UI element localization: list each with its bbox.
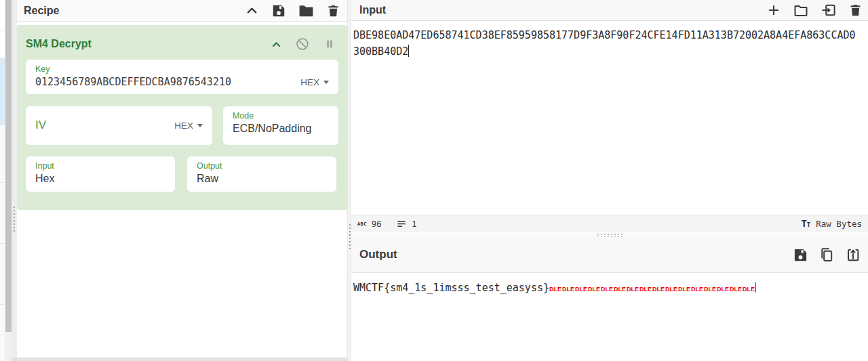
output-flag-text: WMCTF{sm4_1s_1imsss_test_easyss} — [353, 282, 549, 294]
operations-list-edge — [0, 0, 5, 361]
chevron-down-icon — [323, 81, 329, 84]
control-char-token: DLE — [575, 286, 587, 293]
disable-operation-icon[interactable] — [295, 37, 310, 51]
op-input-type-field[interactable]: Input Hex — [26, 156, 175, 192]
input-header: Input — [351, 0, 868, 21]
mode-value[interactable]: ECB/NoPadding — [233, 121, 329, 135]
input-title: Input — [359, 4, 766, 16]
operations-recipe-splitter[interactable] — [12, 0, 17, 361]
control-char-token: DLE — [601, 286, 613, 293]
mode-label: Mode — [233, 110, 329, 121]
control-char-token: DLE — [678, 286, 690, 293]
op-input-label: Input — [35, 161, 165, 171]
key-label: Key — [35, 64, 329, 75]
character-count-icon: ABC — [357, 221, 367, 227]
control-char-token: DLE — [652, 286, 665, 293]
clear-recipe-trash-icon[interactable] — [326, 3, 340, 18]
load-recipe-folder-icon[interactable] — [298, 2, 315, 19]
input-encoding-value: Raw Bytes — [816, 219, 862, 229]
op-output-label: Output — [197, 161, 327, 171]
iv-label: IV — [35, 119, 174, 132]
copy-output-icon[interactable] — [818, 247, 835, 263]
input-cursor — [408, 45, 409, 57]
text-encoding-icon: TT — [801, 219, 810, 230]
control-char-token: DLE — [639, 286, 652, 293]
op-input-value[interactable]: Hex — [35, 171, 165, 186]
key-field[interactable]: Key 0123456789ABCDEFFEDCBA9876543210 HEX — [26, 60, 338, 94]
op-output-type-field[interactable]: Output Raw — [187, 156, 336, 192]
open-file-folder-icon[interactable] — [793, 2, 809, 18]
save-output-icon[interactable] — [793, 247, 808, 263]
iv-type-dropdown[interactable]: HEX — [174, 121, 203, 131]
io-column: Input DBE98E0AD47ED658741CD38EF859598581… — [351, 0, 868, 361]
key-type-value: HEX — [300, 77, 319, 87]
operation-sm4-decrypt[interactable]: SM4 Decrypt Key 0123456789ABCDEFFEDCBA98… — [17, 25, 347, 210]
iv-type-value: HEX — [174, 121, 193, 131]
control-char-token: DLE — [627, 286, 639, 293]
add-input-tab-icon[interactable] — [766, 3, 781, 18]
control-chars: DLEDLEDLEDLEDLEDLEDLEDLEDLEDLEDLEDLEDLED… — [549, 282, 755, 294]
control-char-token: DLE — [549, 286, 561, 293]
clear-input-trash-icon[interactable] — [848, 3, 863, 18]
output-title: Output — [359, 248, 793, 261]
recipe-header: Recipe — [17, 0, 347, 22]
collapse-recipe-icon[interactable] — [244, 3, 260, 18]
operations-scrollbar[interactable] — [5, 0, 12, 361]
input-line-1: DBE98E0AD47ED658741CD38EF85959858177D9F3… — [353, 29, 856, 41]
line-count: 1 — [412, 219, 417, 229]
input-line-2: 300BB40D2 — [353, 45, 408, 58]
mode-field[interactable]: Mode ECB/NoPadding — [223, 106, 338, 145]
control-char-token: DLE — [730, 286, 742, 293]
operation-title: SM4 Decrypt — [26, 38, 271, 50]
output-cursor — [755, 282, 756, 293]
splitter-drag-dots[interactable] — [597, 233, 623, 237]
collapse-operation-icon[interactable] — [271, 39, 282, 50]
key-type-dropdown[interactable]: HEX — [300, 77, 329, 87]
replace-input-with-output-icon[interactable] — [845, 247, 861, 263]
op-output-value[interactable]: Raw — [197, 171, 327, 186]
bake-bar-edge — [12, 358, 347, 361]
recipe-title: Recipe — [24, 5, 244, 17]
input-textarea[interactable]: DBE98E0AD47ED658741CD38EF85959858177D9F3… — [351, 21, 868, 215]
splitter-drag-dots[interactable] — [13, 206, 16, 232]
control-char-token: DLE — [665, 286, 677, 293]
key-input[interactable]: 0123456789ABCDEFFEDCBA9876543210 — [35, 75, 300, 89]
open-input-icon[interactable] — [821, 2, 837, 18]
recipe-panel: Recipe SM4 Decrypt — [17, 0, 347, 361]
line-count-icon — [397, 219, 407, 229]
save-recipe-icon[interactable] — [271, 3, 286, 18]
control-char-token: DLE — [691, 286, 703, 293]
control-char-token: DLE — [588, 286, 600, 293]
input-status-bar: ABC 96 1 TT Raw Bytes — [351, 215, 868, 232]
output-textarea[interactable]: WMCTF{sm4_1s_1imsss_test_easyss}DLEDLEDL… — [351, 274, 868, 361]
control-char-token: DLE — [562, 286, 574, 293]
control-char-token: DLE — [614, 286, 626, 293]
control-char-token: DLE — [704, 286, 716, 293]
operations-scrollbar-thumb[interactable] — [5, 0, 12, 332]
input-encoding-selector[interactable]: TT Raw Bytes — [801, 219, 862, 230]
character-count: 96 — [372, 219, 382, 229]
breakpoint-pause-icon[interactable] — [323, 37, 336, 51]
operation-header: SM4 Decrypt — [17, 25, 347, 56]
control-char-token: DLE — [717, 286, 729, 293]
chevron-down-icon — [197, 124, 203, 127]
iv-field[interactable]: IV HEX — [26, 106, 212, 145]
control-char-token: DLE — [743, 286, 755, 293]
input-output-splitter[interactable] — [351, 232, 868, 237]
output-header: Output — [351, 237, 868, 273]
